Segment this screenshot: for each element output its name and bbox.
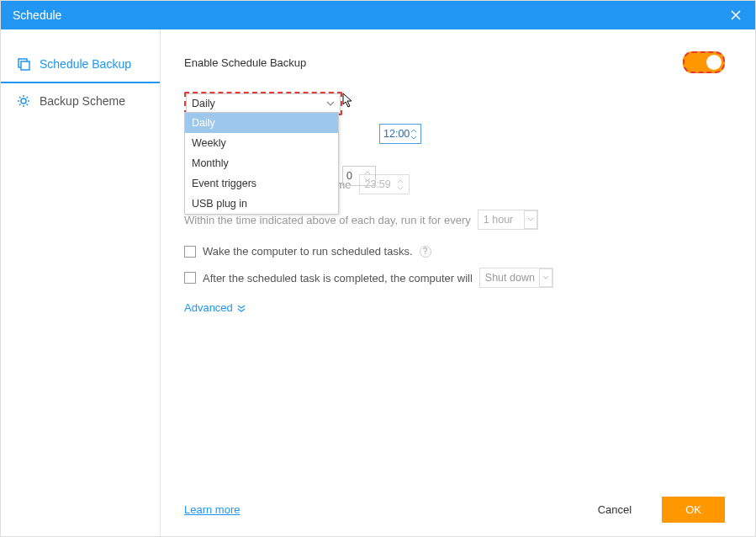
close-icon[interactable]: [728, 8, 743, 23]
time-value-1: 12:00: [383, 128, 410, 140]
sidebar: Schedule Backup Backup Scheme: [1, 29, 161, 536]
titlebar: Schedule: [1, 1, 755, 29]
freq-option-weekly[interactable]: Weekly: [185, 133, 338, 153]
window-title: Schedule: [13, 8, 728, 22]
spinner-icon[interactable]: [410, 127, 418, 141]
schedule-icon: [16, 56, 31, 72]
frequency-highlight: Daily Daily Weekly Monthly Event trigger…: [184, 92, 342, 115]
chevron-down-icon: [524, 210, 537, 229]
cursor-icon: [342, 93, 354, 108]
svg-point-2: [21, 98, 26, 104]
gear-icon: [16, 93, 31, 109]
num-input[interactable]: 0: [342, 166, 376, 186]
chevron-down-icon: [539, 268, 552, 287]
sidebar-item-schedule-backup[interactable]: Schedule Backup: [1, 46, 160, 83]
freq-option-usb[interactable]: USB plug in: [185, 194, 338, 214]
freq-option-monthly[interactable]: Monthly: [185, 153, 338, 173]
learn-more-link[interactable]: Learn more: [184, 503, 240, 516]
spinner-icon[interactable]: [363, 169, 372, 183]
freq-option-event[interactable]: Event triggers: [185, 173, 338, 194]
toggle-knob: [706, 55, 722, 70]
main-panel: Enable Schedule Backup Daily Daily We: [161, 29, 755, 536]
time-input-1[interactable]: 12:00: [379, 124, 421, 144]
num-value: 0: [346, 170, 352, 182]
freq-option-daily[interactable]: Daily: [185, 113, 338, 133]
wake-checkbox[interactable]: [184, 246, 196, 258]
frequency-selected: Daily: [192, 98, 215, 109]
cancel-button[interactable]: Cancel: [574, 497, 655, 523]
sidebar-item-label: Schedule Backup: [40, 57, 131, 71]
svg-rect-1: [21, 61, 29, 70]
frequency-select[interactable]: Daily: [186, 93, 341, 114]
enable-toggle[interactable]: [683, 51, 725, 73]
ok-button[interactable]: OK: [662, 497, 725, 523]
frequency-dropdown: Daily Weekly Monthly Event triggers USB …: [184, 112, 339, 215]
spinner-icon[interactable]: [396, 178, 404, 191]
sidebar-item-backup-scheme[interactable]: Backup Scheme: [1, 83, 160, 119]
advanced-toggle[interactable]: Advanced: [184, 301, 725, 314]
enable-label: Enable Schedule Backup: [184, 56, 683, 69]
help-icon[interactable]: ?: [420, 246, 431, 258]
every-select[interactable]: 1 hour: [478, 210, 538, 230]
after-action-select[interactable]: Shut down: [479, 268, 553, 288]
sidebar-item-label: Backup Scheme: [40, 94, 125, 108]
within-label: Within the time indicated above of each …: [184, 214, 471, 226]
double-chevron-down-icon: [237, 304, 246, 312]
wake-label: Wake the computer to run scheduled tasks…: [203, 245, 413, 258]
after-label: After the scheduled task is completed, t…: [203, 272, 473, 284]
chevron-down-icon: [326, 99, 335, 108]
after-checkbox[interactable]: [184, 272, 196, 284]
